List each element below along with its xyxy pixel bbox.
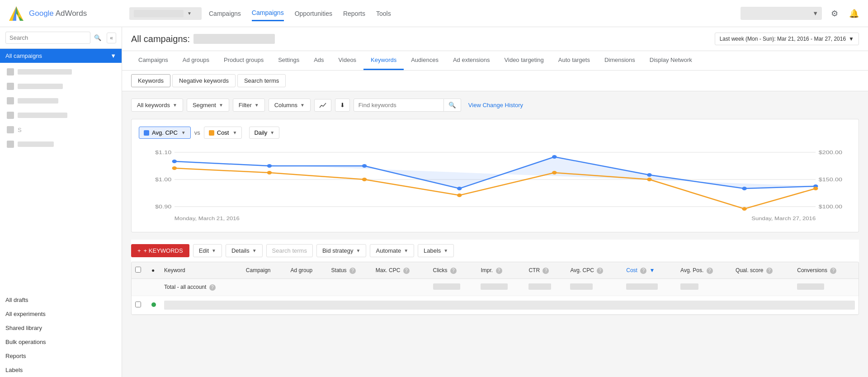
subtab-keywords[interactable]: Keywords xyxy=(131,74,170,87)
select-all-checkbox[interactable] xyxy=(135,267,141,273)
automate-button[interactable]: Automate ▼ xyxy=(370,244,414,257)
campaign-label-blur-4 xyxy=(18,113,67,118)
tab-product-groups[interactable]: Product groups xyxy=(217,51,271,70)
tab-settings[interactable]: Settings xyxy=(271,51,307,70)
svg-point-17 xyxy=(552,155,557,159)
total-avg-cpc xyxy=(566,279,623,296)
segment-label: Segment xyxy=(193,102,216,108)
details-button[interactable]: Details ▼ xyxy=(226,244,263,257)
period-dropdown-icon: ▼ xyxy=(270,130,274,135)
keywords-table: ● Keyword Campaign Ad group Status ? Max… xyxy=(131,262,859,315)
labels-label: Labels xyxy=(424,247,441,254)
sidebar-search-wrapper: 🔍 « xyxy=(0,27,122,49)
nav-home[interactable]: Campaigns xyxy=(209,6,241,21)
status-help-icon[interactable]: ? xyxy=(349,268,356,274)
total-help-icon[interactable]: ? xyxy=(209,284,216,291)
cost-metric-button[interactable]: Cost ▼ xyxy=(204,127,242,139)
tab-videos[interactable]: Videos xyxy=(331,51,364,70)
sidebar-item-6[interactable] xyxy=(0,137,122,151)
find-keywords-input[interactable] xyxy=(354,99,444,112)
sidebar-item-3[interactable] xyxy=(0,94,122,108)
find-keywords-button[interactable]: 🔍 xyxy=(444,99,461,112)
sidebar-all-drafts[interactable]: All drafts xyxy=(0,293,122,307)
sidebar-reports[interactable]: Reports xyxy=(0,349,122,363)
sidebar-search-input[interactable] xyxy=(5,32,90,44)
tab-video-targeting[interactable]: Video targeting xyxy=(497,51,551,70)
sidebar: 🔍 « All campaigns ▼ xyxy=(0,27,122,377)
nav-reports[interactable]: Reports xyxy=(343,6,365,21)
tab-ad-extensions[interactable]: Ad extensions xyxy=(446,51,497,70)
tab-ad-groups[interactable]: Ad groups xyxy=(175,51,217,70)
tab-auto-targets[interactable]: Auto targets xyxy=(551,51,597,70)
search-terms-button[interactable]: Search terms xyxy=(266,244,313,257)
top-search-caret-icon: ▼ xyxy=(812,10,818,17)
nav-tools[interactable]: Tools xyxy=(376,6,391,21)
svg-point-25 xyxy=(552,171,557,174)
subtab-negative-keywords[interactable]: Negative keywords xyxy=(172,74,236,87)
nav-campaigns[interactable]: Campaigns xyxy=(252,5,284,21)
sidebar-shared-library[interactable]: Shared library xyxy=(0,321,122,335)
columns-button[interactable]: Columns ▼ xyxy=(269,99,311,112)
filter-button[interactable]: Filter ▼ xyxy=(233,99,265,112)
all-keywords-label: All keywords xyxy=(137,102,170,108)
chart-icon-button[interactable] xyxy=(314,99,331,112)
qual-score-help-icon[interactable]: ? xyxy=(766,268,773,274)
page-title-text: All campaigns: xyxy=(131,34,190,44)
logo-adwords: AdWords xyxy=(56,9,87,18)
conversions-help-icon[interactable]: ? xyxy=(830,268,836,274)
nav-opportunities[interactable]: Opportunities xyxy=(295,6,332,21)
sidebar-bulk-operations[interactable]: Bulk operations xyxy=(0,335,122,349)
col-campaign: Campaign xyxy=(242,262,287,279)
row1-checkbox[interactable] xyxy=(135,302,141,307)
daily-period-button[interactable]: Daily ▼ xyxy=(249,127,279,139)
tab-audiences[interactable]: Audiences xyxy=(404,51,446,70)
max-cpc-help-icon[interactable]: ? xyxy=(403,268,410,274)
svg-point-21 xyxy=(172,166,177,170)
edit-button[interactable]: Edit ▼ xyxy=(193,244,222,257)
avg-pos-help-icon[interactable]: ? xyxy=(707,268,713,274)
ctr-help-icon[interactable]: ? xyxy=(542,268,549,274)
tab-ads[interactable]: Ads xyxy=(307,51,331,70)
avg-cpc-metric-button[interactable]: Avg. CPC ▼ xyxy=(139,127,191,139)
cost-help-icon[interactable]: ? xyxy=(640,268,646,274)
notifications-icon[interactable]: 🔔 xyxy=(847,7,861,20)
top-search-input[interactable] xyxy=(741,7,822,20)
all-keywords-button[interactable]: All keywords ▼ xyxy=(131,99,183,112)
tab-dimensions[interactable]: Dimensions xyxy=(597,51,642,70)
campaign-icon-6 xyxy=(7,141,14,148)
bid-strategy-button[interactable]: Bid strategy ▼ xyxy=(316,244,367,257)
tab-keywords[interactable]: Keywords xyxy=(363,51,404,70)
download-icon-button[interactable]: ⬇ xyxy=(335,99,350,112)
clicks-help-icon[interactable]: ? xyxy=(450,268,457,274)
total-ad-group xyxy=(287,279,327,296)
find-wrapper: 🔍 xyxy=(354,99,461,112)
tab-display-network[interactable]: Display Network xyxy=(642,51,699,70)
avg-cpc-color-indicator xyxy=(144,130,149,136)
top-nav-links: Campaigns Campaigns Opportunities Report… xyxy=(209,5,741,21)
col-ctr: CTR ? xyxy=(525,262,566,279)
sidebar-item-4[interactable] xyxy=(0,108,122,123)
settings-icon[interactable]: ⚙ xyxy=(829,7,840,20)
date-range-picker[interactable]: Last week (Mon - Sun): Mar 21, 2016 - Ma… xyxy=(715,33,859,45)
sidebar-item-2[interactable] xyxy=(0,79,122,94)
sidebar-all-experiments[interactable]: All experiments xyxy=(0,307,122,321)
view-change-history-link[interactable]: View Change History xyxy=(468,102,523,108)
add-keywords-button[interactable]: + + KEYWORDS xyxy=(131,244,189,257)
account-selector[interactable]: ▼ xyxy=(129,7,202,20)
sidebar-all-campaigns[interactable]: All campaigns ▼ xyxy=(0,49,122,63)
avg-cpc-help-icon[interactable]: ? xyxy=(597,268,603,274)
primary-tabs: Campaigns Ad groups Product groups Setti… xyxy=(122,51,868,71)
sidebar-item-1[interactable] xyxy=(0,65,122,79)
sidebar-collapse-button[interactable]: « xyxy=(107,33,116,43)
total-ctr-blur xyxy=(528,283,551,290)
sidebar-item-5[interactable]: S xyxy=(0,123,122,137)
subtab-search-terms[interactable]: Search terms xyxy=(237,74,286,87)
svg-point-18 xyxy=(647,173,652,177)
total-cost-blur xyxy=(626,283,658,290)
impr-help-icon[interactable]: ? xyxy=(496,268,502,274)
segment-button[interactable]: Segment ▼ xyxy=(187,99,229,112)
tab-campaigns[interactable]: Campaigns xyxy=(131,51,175,70)
labels-button[interactable]: Labels ▼ xyxy=(418,244,454,257)
sidebar-labels[interactable]: Labels xyxy=(0,363,122,377)
total-clicks-blur xyxy=(433,283,460,290)
